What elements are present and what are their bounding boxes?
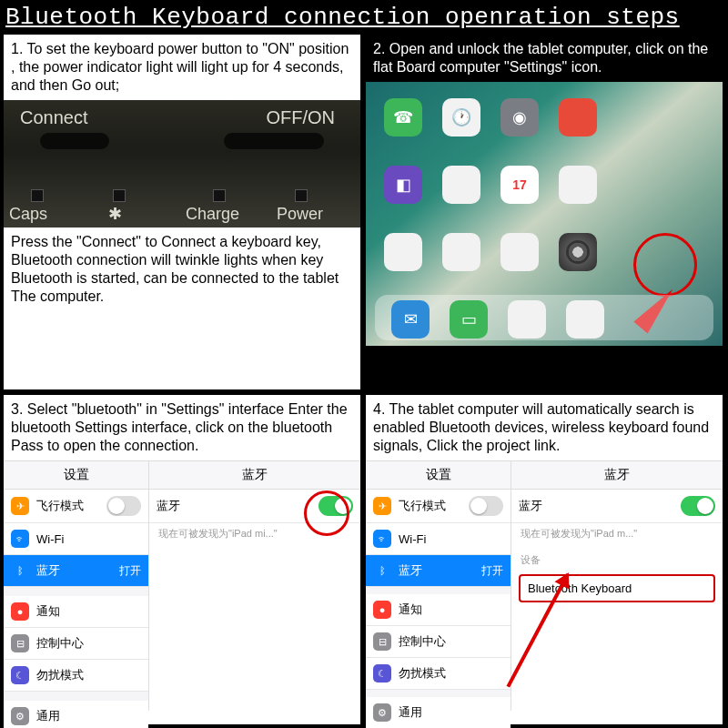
app-icon[interactable] bbox=[508, 300, 546, 339]
page-title: Bluetooth Keyboard connection openration… bbox=[0, 0, 728, 35]
bell-icon: ● bbox=[11, 602, 29, 621]
hw-label-charge: Charge bbox=[186, 205, 239, 224]
camera-icon[interactable]: ◉ bbox=[500, 98, 539, 136]
discoverable-text: 现在可被发现为"iPad m..." bbox=[511, 523, 723, 544]
sidebar-label: 飞行模式 bbox=[36, 498, 84, 514]
settings-detail: 蓝牙 蓝牙 现在可被发现为"iPad mi..." bbox=[149, 461, 360, 711]
hw-label-connect: Connect bbox=[20, 107, 88, 128]
toggles-icon: ⊟ bbox=[11, 634, 29, 652]
sidebar-item-airplane[interactable]: ✈飞行模式 bbox=[4, 490, 148, 523]
step2-text: 2. Open and unlock the tablet computer, … bbox=[366, 35, 723, 82]
sidebar-label: 蓝牙 bbox=[36, 562, 60, 579]
sidebar-item-control[interactable]: ⊟控制中心 bbox=[366, 626, 511, 658]
bluetooth-icon: ᛒ bbox=[373, 561, 391, 580]
step-4: 4. The tablet computer will automaticall… bbox=[366, 395, 723, 724]
app-icon[interactable]: ◧ bbox=[384, 166, 422, 204]
gear-icon: ⚙ bbox=[373, 703, 391, 722]
sidebar-item-bluetooth[interactable]: ᛒ蓝牙打开 bbox=[366, 555, 511, 587]
detail-header: 蓝牙 bbox=[149, 461, 360, 490]
moon-icon: ☾ bbox=[11, 666, 29, 684]
sidebar-label: 通用 bbox=[399, 704, 422, 721]
sidebar-label: 通用 bbox=[36, 708, 60, 724]
step-1: 1. To set the keyboard power button to "… bbox=[4, 35, 360, 389]
bluetooth-toggle[interactable] bbox=[681, 496, 715, 516]
step-3: 3. Select "bluetooth" in "Settings" inte… bbox=[4, 395, 360, 724]
bluetooth-toggle-row[interactable]: 蓝牙 bbox=[511, 490, 723, 523]
sidebar-item-control[interactable]: ⊟控制中心 bbox=[4, 628, 148, 660]
sidebar-label: Wi-Fi bbox=[36, 532, 64, 546]
app-icon[interactable]: ☎ bbox=[384, 98, 422, 136]
bell-icon: ● bbox=[373, 601, 391, 619]
bt-label: 蓝牙 bbox=[157, 498, 180, 514]
sidebar-item-dnd[interactable]: ☾勿扰模式 bbox=[4, 660, 148, 692]
clock-icon[interactable]: 🕐 bbox=[442, 98, 480, 136]
sidebar-item-general[interactable]: ⚙通用 bbox=[4, 701, 148, 728]
sidebar-label: 蓝牙 bbox=[399, 562, 422, 579]
steps-grid: 1. To set the keyboard power button to "… bbox=[0, 35, 728, 724]
app-icon[interactable] bbox=[559, 166, 597, 204]
settings-sidebar: 设置 ✈飞行模式 ᯤWi-Fi ᛒ蓝牙打开 ●通知 ⊟控制中心 ☾勿扰模式 ⚙通… bbox=[4, 461, 149, 711]
settings-sidebar: 设置 ✈飞行模式 ᯤWi-Fi ᛒ蓝牙打开 ●通知 ⊟控制中心 ☾勿扰模式 ⚙通… bbox=[366, 461, 511, 711]
airplane-toggle[interactable] bbox=[469, 496, 503, 516]
bt-label: 蓝牙 bbox=[519, 498, 542, 514]
app-icon[interactable] bbox=[500, 233, 539, 271]
app-icon[interactable] bbox=[384, 233, 422, 271]
sidebar-item-wifi[interactable]: ᯤWi-Fi bbox=[366, 523, 511, 555]
sidebar-header: 设置 bbox=[4, 461, 148, 490]
bluetooth-icon: ✱ bbox=[108, 204, 122, 224]
bt-status: 打开 bbox=[481, 563, 503, 579]
sidebar-item-bluetooth[interactable]: ᛒ蓝牙打开 bbox=[4, 555, 148, 587]
hw-label-caps: Caps bbox=[9, 205, 47, 224]
gear-icon: ⚙ bbox=[11, 707, 29, 725]
bluetooth-icon: ᛒ bbox=[11, 561, 29, 580]
gear-icon bbox=[566, 240, 590, 264]
sidebar-label: 通知 bbox=[399, 602, 422, 618]
wifi-icon: ᯤ bbox=[373, 530, 391, 548]
ios-settings-screenshot: 设置 ✈飞行模式 ᯤWi-Fi ᛒ蓝牙打开 ●通知 ⊟控制中心 ☾勿扰模式 ⚙通… bbox=[4, 460, 360, 711]
sidebar-label: 控制中心 bbox=[399, 633, 446, 650]
sidebar-item-notify[interactable]: ●通知 bbox=[4, 596, 148, 628]
sidebar-item-notify[interactable]: ●通知 bbox=[366, 594, 511, 626]
step1-text-b: Press the "Connect" to Connect a keyboar… bbox=[4, 228, 360, 311]
led-charge bbox=[213, 189, 226, 202]
keyboard-hardware-photo: Connect OFF/ON Caps ✱ Charge Power bbox=[4, 100, 360, 228]
sidebar-label: 勿扰模式 bbox=[36, 667, 84, 683]
sidebar-header: 设置 bbox=[366, 461, 511, 490]
app-icon[interactable] bbox=[559, 98, 597, 136]
airplane-icon: ✈ bbox=[373, 497, 391, 515]
calendar-icon[interactable]: 17 bbox=[500, 166, 539, 204]
toggles-icon: ⊟ bbox=[373, 632, 391, 651]
dock: ✉ ▭ bbox=[375, 295, 713, 340]
airplane-icon: ✈ bbox=[11, 497, 29, 515]
power-slider bbox=[224, 133, 324, 149]
sidebar-label: 控制中心 bbox=[36, 635, 84, 652]
led-caps bbox=[31, 189, 44, 202]
app-icon[interactable] bbox=[442, 233, 480, 271]
led-power bbox=[295, 189, 308, 202]
app-icon[interactable]: ▭ bbox=[450, 300, 488, 339]
sidebar-item-dnd[interactable]: ☾勿扰模式 bbox=[366, 658, 511, 690]
sidebar-item-general[interactable]: ⚙通用 bbox=[366, 697, 511, 728]
app-icon[interactable] bbox=[442, 166, 480, 204]
step3-text: 3. Select "bluetooth" in "Settings" inte… bbox=[4, 395, 360, 460]
step1-text-a: 1. To set the keyboard power button to "… bbox=[4, 35, 360, 100]
airplane-toggle[interactable] bbox=[106, 496, 141, 516]
connect-button bbox=[40, 133, 109, 149]
devices-section-label: 设备 bbox=[511, 550, 723, 571]
sidebar-item-airplane[interactable]: ✈飞行模式 bbox=[366, 490, 511, 523]
sidebar-label: 飞行模式 bbox=[399, 498, 446, 514]
led-bluetooth bbox=[113, 189, 126, 202]
sidebar-item-wifi[interactable]: ᯤWi-Fi bbox=[4, 523, 148, 555]
app-icon[interactable]: ✉ bbox=[391, 300, 430, 339]
ios-settings-screenshot: 设置 ✈飞行模式 ᯤWi-Fi ᛒ蓝牙打开 ●通知 ⊟控制中心 ☾勿扰模式 ⚙通… bbox=[366, 460, 723, 711]
sidebar-label: 通知 bbox=[36, 603, 60, 620]
hw-label-offon: OFF/ON bbox=[266, 107, 335, 128]
hw-label-power: Power bbox=[277, 205, 323, 224]
settings-detail: 蓝牙 蓝牙 现在可被发现为"iPad m..." 设备 Bluetooth Ke… bbox=[511, 461, 723, 711]
device-bluetooth-keyboard[interactable]: Bluetooth Keyboard bbox=[519, 574, 715, 602]
settings-icon[interactable] bbox=[559, 233, 597, 271]
app-icon[interactable] bbox=[566, 300, 604, 339]
wifi-icon: ᯤ bbox=[11, 530, 29, 548]
step4-text: 4. The tablet computer will automaticall… bbox=[366, 395, 723, 460]
tablet-homescreen: ☎ 🕐 ◉ ◧ 17 ✉ ▭ bbox=[366, 82, 723, 346]
